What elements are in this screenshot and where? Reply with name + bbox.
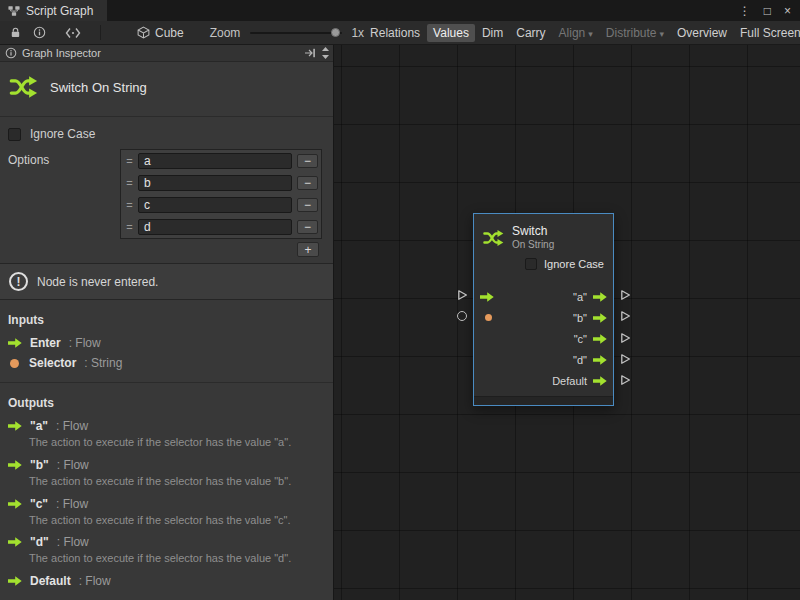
fullscreen-button[interactable]: Full Screen: [734, 24, 800, 42]
port-connector-icon[interactable]: [457, 289, 468, 301]
script-graph-icon: [8, 5, 20, 17]
switch-icon: [482, 227, 504, 249]
info-icon: [5, 47, 17, 59]
toolbar-buttons: Relations Values Dim Carry Align▾ Distri…: [364, 24, 800, 42]
lock-button[interactable]: [6, 24, 24, 42]
zoom-slider-handle[interactable]: [331, 28, 340, 37]
drag-handle-icon[interactable]: =: [121, 199, 138, 211]
flow-out-icon[interactable]: [593, 313, 607, 323]
selector-port-icon[interactable]: [485, 314, 492, 321]
node-title: Switch: [512, 224, 554, 238]
align-dropdown[interactable]: Align▾: [553, 24, 599, 42]
remove-option-button[interactable]: −: [297, 154, 318, 168]
inspector-header: Graph Inspector: [0, 45, 333, 62]
port-row-c: "c": [474, 328, 613, 349]
kebab-menu-icon[interactable]: ⋮: [739, 4, 751, 18]
drag-handle-icon[interactable]: =: [121, 221, 138, 233]
port-connector-icon[interactable]: [620, 332, 631, 344]
node-subtitle: On String: [512, 239, 554, 251]
switch-node[interactable]: Switch On String Ignore Case "a": [473, 213, 614, 406]
remove-option-button[interactable]: −: [297, 220, 318, 234]
pin-description: The action to execute if the selector ha…: [29, 475, 325, 489]
port-connector-icon[interactable]: [620, 374, 631, 386]
inputs-header: Inputs: [0, 300, 333, 333]
port-connector-icon[interactable]: [620, 289, 631, 301]
flow-arrow-icon: [8, 460, 22, 470]
remove-option-button[interactable]: −: [297, 198, 318, 212]
pin-type: : Flow: [56, 497, 88, 511]
options-list: = a − = b − = c −: [120, 149, 322, 257]
pin-type: : Flow: [69, 336, 101, 350]
port-connector-icon[interactable]: [620, 310, 631, 322]
drag-handle-icon[interactable]: =: [121, 177, 138, 189]
option-row: = d −: [121, 216, 321, 238]
flow-out-icon[interactable]: [593, 334, 607, 344]
target-object-label: Cube: [155, 26, 184, 40]
ignore-case-label: Ignore Case: [544, 258, 604, 270]
zoom-value: 1x: [351, 26, 364, 40]
pin-type: : Flow: [56, 419, 88, 433]
output-pin-d: "d" : Flow: [0, 532, 333, 552]
ignore-case-checkbox[interactable]: [8, 128, 21, 141]
toolbar-separator: [100, 25, 101, 40]
warning-text: Node is never entered.: [37, 275, 158, 289]
close-icon[interactable]: ×: [784, 4, 791, 18]
relations-button[interactable]: Relations: [364, 24, 426, 42]
drag-handle-icon[interactable]: =: [121, 155, 138, 167]
flow-arrow-icon: [8, 537, 22, 547]
graph-breadcrumb[interactable]: Cube: [137, 26, 184, 40]
option-row: = a −: [121, 150, 321, 172]
enter-port-icon[interactable]: [480, 292, 494, 302]
carry-button[interactable]: Carry: [510, 24, 551, 42]
inspect-button[interactable]: [30, 24, 48, 42]
pin-description: The action to execute if the selector ha…: [29, 552, 325, 566]
flow-out-icon[interactable]: [593, 292, 607, 302]
ignore-case-checkbox[interactable]: [525, 258, 537, 270]
flow-out-icon[interactable]: [593, 355, 607, 365]
scroll-arrows-icon[interactable]: [321, 46, 330, 60]
pin-name: "b": [30, 458, 49, 472]
option-row: = b −: [121, 172, 321, 194]
node-ignore-case-row: Ignore Case: [474, 254, 613, 274]
zoom-slider[interactable]: [250, 27, 342, 38]
script-graph-window: Script Graph ⋮ □ ×: [0, 0, 800, 600]
remove-option-button[interactable]: −: [297, 176, 318, 190]
maximize-icon[interactable]: □: [764, 4, 771, 18]
distribute-dropdown[interactable]: Distribute▾: [600, 24, 670, 42]
option-input[interactable]: d: [138, 219, 292, 235]
node-titles: Switch On String: [512, 224, 554, 250]
flow-arrow-icon: [8, 499, 22, 509]
ignore-case-label: Ignore Case: [30, 127, 95, 141]
port-connector-circle-icon[interactable]: [457, 311, 467, 321]
tab-script-graph[interactable]: Script Graph: [0, 0, 107, 21]
overview-button[interactable]: Overview: [671, 24, 733, 42]
port-row-a: "a": [474, 286, 613, 307]
port-label: "c": [574, 333, 587, 345]
pin-type: : Flow: [79, 574, 111, 588]
pin-description: The action to execute if the selector ha…: [29, 514, 325, 528]
values-button[interactable]: Values: [427, 24, 475, 42]
inspector-title: Graph Inspector: [22, 47, 101, 59]
chevron-down-icon: ▾: [588, 29, 593, 39]
window-controls: ⋮ □ ×: [739, 0, 800, 21]
node-ports: "a" "b" "c" "d": [474, 286, 613, 391]
dim-button[interactable]: Dim: [476, 24, 509, 42]
flow-out-icon[interactable]: [593, 376, 607, 386]
input-pin-selector: Selector : String: [0, 353, 333, 373]
option-input[interactable]: a: [138, 153, 292, 169]
pin-name: "d": [30, 535, 49, 549]
option-input[interactable]: b: [138, 175, 292, 191]
pin-name: "c": [30, 497, 48, 511]
warning-icon: !: [9, 272, 28, 291]
pin-type: : String: [84, 356, 122, 370]
code-icon: [65, 27, 81, 39]
graph-canvas[interactable]: Switch On String Ignore Case "a": [334, 45, 800, 600]
tab-label: Script Graph: [26, 4, 93, 18]
add-option-button[interactable]: +: [297, 242, 319, 257]
port-connector-icon[interactable]: [620, 353, 631, 365]
code-view-button[interactable]: [64, 24, 82, 42]
dock-right-icon[interactable]: [304, 47, 316, 59]
unit-header: Switch On String: [0, 62, 333, 117]
port-row-b: "b": [474, 307, 613, 328]
option-input[interactable]: c: [138, 197, 292, 213]
